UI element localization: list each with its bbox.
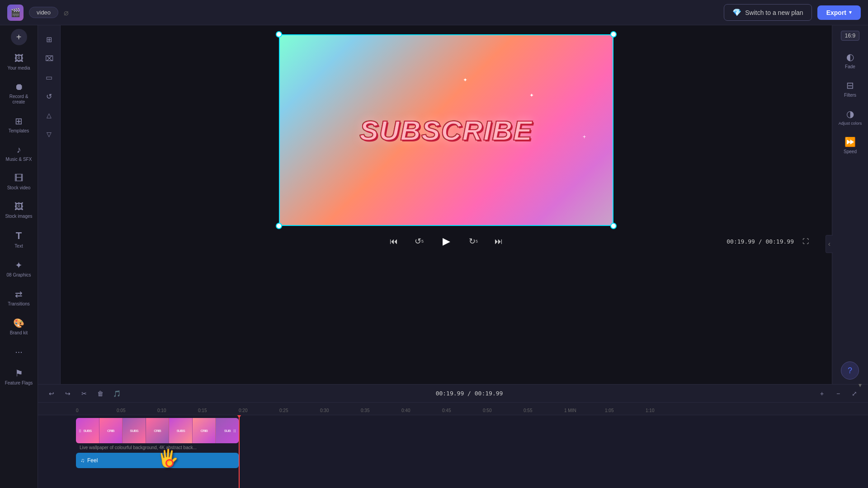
fullscreen-button[interactable]: ⛶ bbox=[797, 233, 814, 249]
sidebar-item-your-media[interactable]: 🖼 Your media bbox=[3, 49, 35, 75]
canvas-frame: SUBSCRIBE ✦ ✦ + bbox=[279, 34, 613, 226]
more-icon: ··· bbox=[15, 347, 23, 357]
fade-icon: ◐ bbox=[846, 52, 854, 62]
zoom-in-button[interactable]: + bbox=[816, 387, 828, 400]
video-clip[interactable]: SUBS CRIB SUBS CRIB SUBS CRIB SUB ⏸ ⏸ bbox=[76, 418, 239, 443]
help-button[interactable]: ? bbox=[841, 361, 859, 380]
canvas-panel-area: ⊞ ⌧ ▭ ↺ △ ▽ SUBSCRIBE ✦ ✦ + bbox=[38, 25, 868, 384]
sidebar-item-stock-images[interactable]: 🖼 Stock images bbox=[3, 197, 35, 224]
speed-panel-item[interactable]: ⏩ Speed bbox=[844, 136, 857, 154]
ruler-mark: 0:20 bbox=[239, 408, 279, 413]
timeline-area: ↩ ↪ ✂ 🗑 🎵 00:19.99 / 00:19.99 + − ⤢ bbox=[38, 384, 868, 488]
zoom-out-button[interactable]: − bbox=[832, 387, 844, 400]
add-button[interactable]: + bbox=[11, 29, 27, 45]
flip-v-tool[interactable]: △ bbox=[41, 107, 58, 124]
play-button[interactable]: ▶ bbox=[436, 231, 456, 251]
export-label: Export bbox=[826, 9, 846, 16]
fade-panel-item[interactable]: ◐ Fade bbox=[845, 52, 855, 69]
ruler-mark: 0:25 bbox=[279, 408, 320, 413]
screen-tool[interactable]: ▭ bbox=[41, 69, 58, 86]
subscribe-text[interactable]: SUBSCRIBE bbox=[359, 114, 533, 146]
rotate-tool[interactable]: ↺ bbox=[41, 88, 58, 105]
ruler-mark: 0:45 bbox=[442, 408, 483, 413]
time-separator: / bbox=[755, 238, 765, 245]
canvas-container[interactable]: SUBSCRIBE ✦ ✦ + bbox=[279, 34, 613, 226]
sidebar-item-label: Record & create bbox=[5, 94, 33, 105]
stock-images-icon: 🖼 bbox=[14, 202, 24, 212]
ruler-mark: 0:10 bbox=[157, 408, 198, 413]
graphics-icon: ✦ bbox=[15, 260, 23, 271]
audio-button[interactable]: 🎵 bbox=[110, 387, 123, 400]
filters-label: Filters bbox=[844, 93, 856, 98]
timeline-toolbar: ↩ ↪ ✂ 🗑 🎵 00:19.99 / 00:19.99 + − ⤢ bbox=[38, 385, 868, 403]
sidebar-item-label: Transitions bbox=[8, 301, 30, 307]
playhead[interactable] bbox=[239, 415, 240, 488]
logo-icon: 🎬 bbox=[10, 8, 20, 18]
flip-h-tool[interactable]: ▽ bbox=[41, 126, 58, 143]
handle-top-right[interactable] bbox=[610, 31, 617, 38]
total-time-ms: .99 bbox=[783, 238, 794, 245]
fade-label: Fade bbox=[845, 64, 855, 69]
playhead-triangle bbox=[236, 415, 242, 418]
your-media-icon: 🖼 bbox=[14, 53, 24, 64]
sidebar-item-label: Stock video bbox=[7, 185, 31, 191]
ruler-mark: 0 bbox=[76, 408, 117, 413]
switch-plan-button[interactable]: 💎 Switch to a new plan bbox=[724, 4, 811, 21]
fit-tool[interactable]: ⊞ bbox=[41, 31, 58, 48]
delete-button[interactable]: 🗑 bbox=[94, 387, 107, 400]
diamond-icon: 💎 bbox=[732, 8, 741, 17]
undo-button[interactable]: ↩ bbox=[45, 387, 58, 400]
sidebar-item-label: Stock images bbox=[5, 214, 32, 219]
app-logo: 🎬 bbox=[7, 5, 24, 21]
video-tab[interactable]: video bbox=[29, 7, 58, 18]
sidebar-item-graphics[interactable]: ✦ 08 Graphics bbox=[3, 255, 35, 282]
clip-thumb: SUBS bbox=[123, 418, 146, 443]
text-icon: T bbox=[16, 230, 22, 242]
sidebar-item-label: Music & SFX bbox=[6, 157, 32, 162]
export-button[interactable]: Export ▾ bbox=[817, 5, 861, 20]
topbar-left: 🎬 video ⌀ bbox=[7, 5, 69, 21]
canvas-area: SUBSCRIBE ✦ ✦ + ⏮ ↺5 bbox=[61, 25, 832, 384]
crop-tool[interactable]: ⌧ bbox=[41, 50, 58, 67]
handle-top-left[interactable] bbox=[276, 31, 282, 38]
fit-timeline-button[interactable]: ⤢ bbox=[848, 387, 861, 400]
sidebar-item-templates[interactable]: ⊞ Templates bbox=[3, 111, 35, 138]
right-panel: 16:9 ◐ Fade ⊟ Filters ◑ Adjust colors ⏩ … bbox=[832, 25, 868, 384]
sidebar-item-music-sfx[interactable]: ♪ Music & SFX bbox=[3, 140, 35, 167]
sidebar-item-transitions[interactable]: ⇄ Transitions bbox=[3, 284, 35, 311]
sidebar-item-stock-video[interactable]: 🎞 Stock video bbox=[3, 169, 35, 195]
redo-button[interactable]: ↪ bbox=[61, 387, 74, 400]
skip-back-button[interactable]: ⏮ bbox=[386, 233, 402, 249]
timeline-ruler: 0 0:05 0:10 0:15 0:20 0:25 0:30 0:35 0:4… bbox=[38, 403, 868, 415]
ruler-mark: 0:15 bbox=[198, 408, 239, 413]
no-history-icon: ⌀ bbox=[64, 8, 69, 18]
forward-5-button[interactable]: ↻5 bbox=[465, 233, 481, 249]
cut-button[interactable]: ✂ bbox=[78, 387, 90, 400]
aspect-ratio-badge[interactable]: 16:9 bbox=[841, 31, 859, 41]
adjust-colors-panel-item[interactable]: ◑ Adjust colors bbox=[839, 108, 862, 126]
rewind-5-button[interactable]: ↺5 bbox=[411, 233, 427, 249]
timeline-tracks: 0 0:05 0:10 0:15 0:20 0:25 0:30 0:35 0:4… bbox=[38, 403, 868, 488]
video-track: SUBS CRIB SUBS CRIB SUBS CRIB SUB ⏸ ⏸ bbox=[76, 418, 868, 451]
sidebar-item-label: Templates bbox=[9, 128, 29, 134]
timeline-total-time: 00:19 bbox=[475, 390, 492, 397]
time-display: 00:19.99 / 00:19.99 bbox=[726, 238, 794, 245]
adjust-colors-label: Adjust colors bbox=[839, 121, 862, 126]
clip-thumb: SUBS bbox=[169, 418, 193, 443]
audio-track[interactable]: ♫ Feel bbox=[76, 453, 239, 468]
skip-forward-button[interactable]: ⏭ bbox=[491, 233, 507, 249]
filters-panel-item[interactable]: ⊟ Filters bbox=[844, 80, 856, 98]
sidebar-item-brand-kit[interactable]: 🎨 Brand kit bbox=[3, 313, 35, 340]
sidebar-item-more[interactable]: ··· bbox=[3, 342, 35, 361]
sidebar-item-text[interactable]: T Text bbox=[3, 225, 35, 253]
sidebar-item-feature-flags[interactable]: ⚑ Feature Flags bbox=[3, 363, 35, 390]
export-chevron-icon: ▾ bbox=[849, 9, 852, 15]
current-time-ms: .99 bbox=[744, 238, 755, 245]
playback-row: ⏮ ↺5 ▶ ↻5 ⏭ 00:19.99 / 00:19.99 ⛶ bbox=[70, 226, 823, 257]
timeline-expand-icon[interactable]: ▾ bbox=[859, 381, 862, 389]
sidebar-item-record-create[interactable]: ⏺ Record & create bbox=[3, 77, 35, 109]
topbar: 🎬 video ⌀ 💎 Switch to a new plan Export … bbox=[0, 0, 868, 25]
right-panel-collapse[interactable]: ‹ bbox=[826, 235, 833, 253]
topbar-right: 💎 Switch to a new plan Export ▾ bbox=[724, 4, 861, 21]
transitions-icon: ⇄ bbox=[15, 289, 23, 300]
